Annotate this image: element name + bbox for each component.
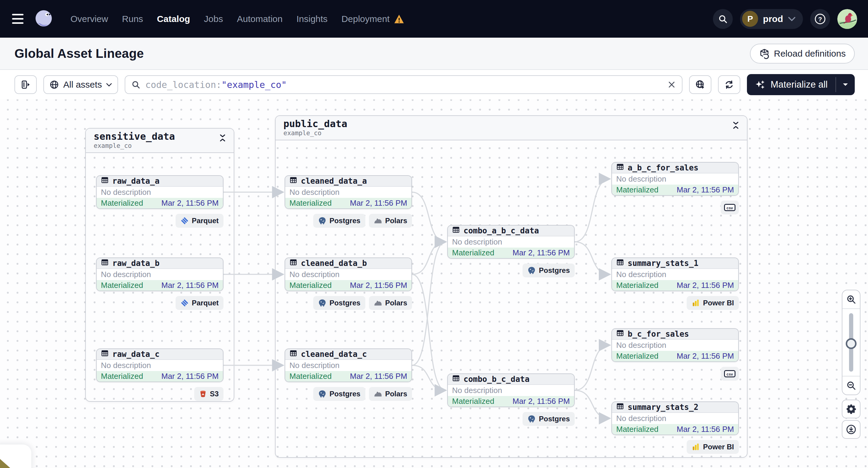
tag-postgres[interactable]: Postgres [313,214,365,228]
nav-item-overview[interactable]: Overview [70,14,108,24]
caret-down-icon [842,83,849,87]
nav-item-runs[interactable]: Runs [122,14,143,24]
minimap[interactable] [0,444,31,468]
tag-parquet[interactable]: Parquet [176,296,223,310]
status-label: Materialized [101,281,143,290]
asset-node-cleaned_data_b[interactable]: cleaned_data_b No description Materializ… [285,257,412,291]
status-label: Materialized [452,397,494,406]
asset-node-raw_data_b[interactable]: raw_data_b No description Materialized M… [96,257,223,291]
globe-add-icon [695,80,705,90]
panel-toggle-button[interactable] [14,75,37,94]
status-label: Materialized [452,248,494,257]
status-timestamp: Mar 2, 11:56 PM [161,281,219,290]
graph-settings-button[interactable] [842,400,861,418]
asset-node-b_c_for_sales[interactable]: b_c_for_sales No description Materialize… [611,328,739,362]
tag-s3[interactable]: S3 [194,387,223,401]
dagster-logo[interactable] [34,9,54,29]
reload-definitions-button[interactable]: Reload definitions [750,44,855,64]
search-input[interactable]: code_location:"example_co" [125,75,682,94]
tag-powerbi[interactable]: Power BI [687,296,739,310]
tag-polars[interactable]: Polars [369,296,412,310]
nav-item-jobs[interactable]: Jobs [204,14,223,24]
status-label: Materialized [289,198,332,208]
asset-node-summary_stats_1[interactable]: summary_stats_1 No description Materiali… [611,257,739,291]
search-button[interactable] [713,9,733,29]
download-graph-button[interactable] [842,420,861,439]
user-avatar[interactable] [837,9,857,29]
hamburger-menu-icon[interactable] [12,12,25,26]
collapse-icon[interactable] [219,134,226,143]
nav-item-deployment[interactable]: Deployment [342,14,404,24]
status-timestamp: Mar 2, 11:56 PM [513,397,570,406]
polars-icon [374,390,382,398]
status-timestamp: Mar 2, 11:56 PM [677,351,734,361]
nav-item-insights[interactable]: Insights [297,14,328,24]
tag-parquet[interactable]: Parquet [176,214,223,228]
status-timestamp: Mar 2, 11:56 PM [513,248,570,257]
chevron-down-icon [788,17,796,21]
tag-label: Postgres [330,299,361,307]
asset-node-summary_stats_2[interactable]: summary_stats_2 No description Materiali… [611,401,739,435]
materialize-all-main[interactable]: Materialize all [747,74,835,95]
lineage-canvas[interactable]: sensitive_data example_co public_data ex… [0,99,868,468]
asset-tags: Power BI [611,440,739,454]
zoom-slider-thumb[interactable] [846,338,857,349]
refresh-button[interactable] [718,75,740,94]
table-icon [101,258,109,268]
group-header[interactable]: public_data example_co [276,116,747,141]
clear-icon[interactable] [668,81,676,89]
asset-description: No description [97,360,223,371]
asset-tags: PostgresPolars [285,214,412,228]
asset-node-cleaned_data_a[interactable]: cleaned_data_a No description Materializ… [285,175,412,209]
lineage-scope-button[interactable] [689,75,711,94]
powerbi-icon [691,443,700,451]
search-icon [718,14,727,24]
tag-polars[interactable]: Polars [369,214,412,228]
nav-item-automation[interactable]: Automation [237,14,282,24]
tag-polars[interactable]: Polars [369,387,412,401]
asset-tags: Postgres [447,263,575,277]
asset-description: No description [448,237,574,248]
asset-node-a_b_c_for_sales[interactable]: a_b_c_for_sales No description Materiali… [611,162,739,196]
tag-csv[interactable]: csv [721,367,739,381]
asset-node-combo_b_c_data[interactable]: combo_b_c_data No description Materializ… [447,373,575,407]
tag-label: Polars [385,390,407,398]
asset-description: No description [97,187,223,198]
workspace-switcher[interactable]: P prod [740,9,803,29]
asset-name: combo_a_b_c_data [464,226,539,235]
zoom-slider[interactable] [842,309,860,376]
asset-node-raw_data_c[interactable]: raw_data_c No description Materialized M… [96,348,223,382]
nav-item-catalog[interactable]: Catalog [157,14,190,24]
tag-postgres[interactable]: Postgres [313,296,365,310]
tag-powerbi[interactable]: Power BI [687,440,739,454]
asset-filter-dropdown[interactable]: All assets [43,75,118,94]
tag-postgres[interactable]: Postgres [523,412,575,426]
asset-description: No description [612,413,738,424]
asset-description: No description [285,269,411,280]
status-timestamp: Mar 2, 11:56 PM [161,198,219,208]
tag-postgres[interactable]: Postgres [313,387,365,401]
panel-toggle-icon [21,80,31,90]
tag-postgres[interactable]: Postgres [523,263,575,277]
asset-description: No description [448,385,574,396]
polars-icon [374,299,382,307]
collapse-icon[interactable] [733,121,739,130]
asset-description: No description [97,269,223,280]
status-label: Materialized [616,185,658,194]
asset-name: raw_data_b [112,259,160,268]
help-button[interactable]: ? [810,9,830,29]
tag-csv[interactable]: csv [721,200,739,214]
status-timestamp: Mar 2, 11:56 PM [350,198,407,208]
status-label: Materialized [289,281,332,290]
chevron-down-icon [106,83,112,87]
asset-node-raw_data_a[interactable]: raw_data_a No description Materialized M… [96,175,223,209]
asset-tags: Postgres [447,412,575,426]
table-icon [452,374,460,384]
asset-tags: Parquet [96,296,223,310]
zoom-in-button[interactable] [842,290,860,309]
asset-node-cleaned_data_c[interactable]: cleaned_data_c No description Materializ… [285,348,412,382]
asset-node-combo_a_b_c_data[interactable]: combo_a_b_c_data No description Material… [447,225,575,259]
materialize-options-caret[interactable] [836,74,855,95]
zoom-out-button[interactable] [842,376,860,395]
group-header[interactable]: sensitive_data example_co [86,129,234,153]
